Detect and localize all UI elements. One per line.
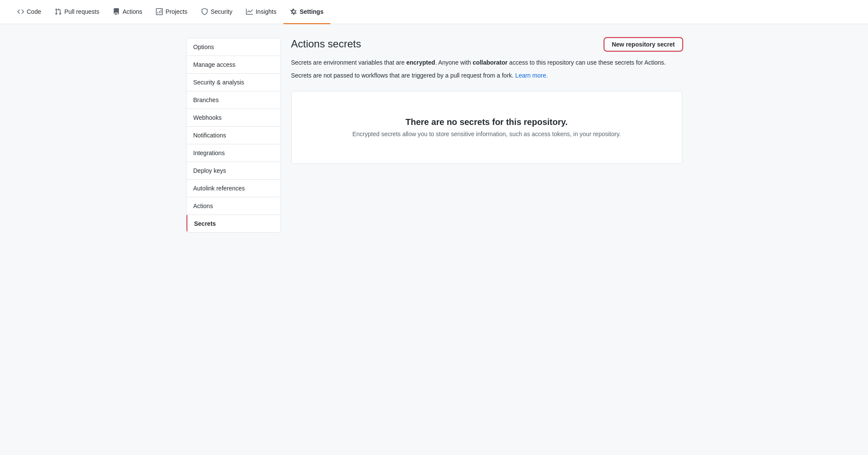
nav-settings-label: Settings (300, 8, 324, 15)
nav-item-projects[interactable]: Projects (149, 0, 194, 24)
learn-more-link[interactable]: Learn more. (515, 72, 548, 79)
code-icon (17, 8, 24, 15)
sidebar-item-autolink-references[interactable]: Autolink references (187, 180, 280, 197)
nav-actions-label: Actions (122, 8, 142, 15)
insights-icon (246, 8, 253, 15)
sidebar-item-security-analysis[interactable]: Security & analysis (187, 74, 280, 91)
top-nav: Code Pull requests Actions Projects (0, 0, 868, 24)
actions-icon (113, 8, 120, 15)
empty-subtitle: Encrypted secrets allow you to store sen… (302, 131, 672, 137)
sidebar-item-webhooks[interactable]: Webhooks (187, 109, 280, 127)
nav-code-label: Code (27, 8, 41, 15)
sidebar-item-notifications[interactable]: Notifications (187, 127, 280, 144)
sidebar-item-actions[interactable]: Actions (187, 197, 280, 215)
sidebar-item-manage-access[interactable]: Manage access (187, 56, 280, 74)
empty-secrets-box: There are no secrets for this repository… (291, 91, 682, 164)
nav-item-actions[interactable]: Actions (106, 0, 149, 24)
sidebar-item-branches[interactable]: Branches (187, 91, 280, 109)
sidebar-item-integrations[interactable]: Integrations (187, 144, 280, 162)
nav-item-code[interactable]: Code (10, 0, 48, 24)
sidebar-item-secrets[interactable]: Secrets (187, 215, 280, 232)
settings-icon (290, 8, 297, 15)
nav-projects-label: Projects (165, 8, 187, 15)
description-paragraph-1: Secrets are environment variables that a… (291, 58, 682, 67)
content-area: Actions secrets New repository secret Se… (291, 38, 682, 164)
nav-item-security[interactable]: Security (194, 0, 240, 24)
sidebar-item-deploy-keys[interactable]: Deploy keys (187, 162, 280, 180)
description-paragraph-2: Secrets are not passed to workflows that… (291, 71, 682, 80)
nav-security-label: Security (211, 8, 233, 15)
nav-insights-label: Insights (255, 8, 276, 15)
settings-sidebar: Options Manage access Security & analysi… (186, 38, 281, 233)
nav-item-settings[interactable]: Settings (283, 0, 330, 24)
nav-pullrequests-label: Pull requests (64, 8, 99, 15)
new-repository-secret-button[interactable]: New repository secret (604, 38, 682, 51)
nav-item-pull-requests[interactable]: Pull requests (48, 0, 106, 24)
projects-icon (156, 8, 163, 15)
sidebar-item-options[interactable]: Options (187, 38, 280, 56)
content-header: Actions secrets New repository secret (291, 38, 682, 51)
nav-item-insights[interactable]: Insights (239, 0, 283, 24)
empty-title: There are no secrets for this repository… (302, 117, 672, 127)
main-layout: Options Manage access Security & analysi… (176, 38, 693, 233)
security-icon (201, 8, 208, 15)
page-title: Actions secrets (291, 38, 361, 50)
pull-request-icon (55, 8, 62, 15)
